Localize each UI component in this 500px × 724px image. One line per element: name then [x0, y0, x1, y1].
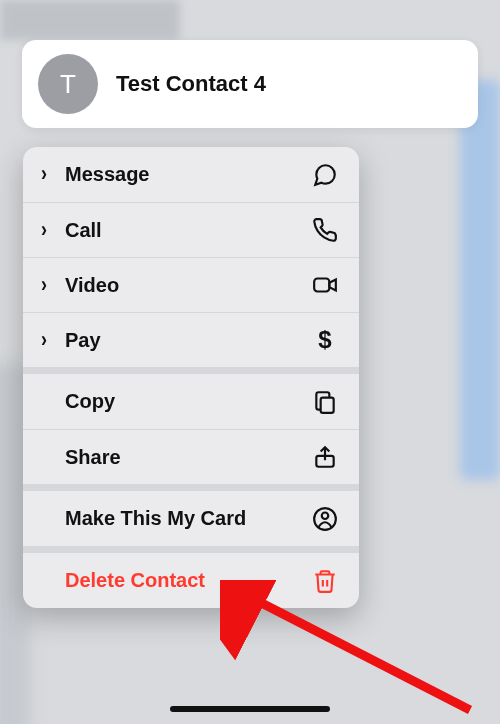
- share-icon: [311, 444, 339, 470]
- phone-icon: [311, 217, 339, 243]
- contact-header-card[interactable]: T Test Contact 4: [22, 40, 478, 128]
- chevron-right-icon: ›: [41, 217, 55, 242]
- dollar-icon: $: [311, 326, 339, 354]
- person-circle-icon: [311, 506, 339, 532]
- menu-group-actions: › Message › Call › Video › Pay $: [23, 147, 359, 367]
- menu-label: Delete Contact: [65, 569, 311, 592]
- contact-name: Test Contact 4: [116, 71, 266, 97]
- svg-rect-0: [314, 279, 329, 292]
- menu-label: Video: [65, 274, 311, 297]
- menu-label: Make This My Card: [65, 507, 311, 530]
- menu-item-video[interactable]: › Video: [23, 257, 359, 312]
- menu-item-make-my-card[interactable]: Make This My Card: [23, 491, 359, 546]
- chevron-right-icon: ›: [41, 272, 55, 297]
- menu-label: Copy: [65, 390, 311, 413]
- speech-bubble-icon: [311, 162, 339, 188]
- trash-icon: [311, 568, 339, 594]
- menu-label: Share: [65, 446, 311, 469]
- menu-item-call[interactable]: › Call: [23, 202, 359, 257]
- home-indicator[interactable]: [170, 706, 330, 712]
- menu-label: Call: [65, 219, 311, 242]
- video-icon: [311, 272, 339, 298]
- chevron-right-icon: ›: [41, 162, 55, 187]
- svg-point-4: [322, 512, 329, 519]
- menu-item-message[interactable]: › Message: [23, 147, 359, 202]
- menu-label: Pay: [65, 329, 311, 352]
- menu-item-delete-contact[interactable]: Delete Contact: [23, 553, 359, 608]
- menu-item-share[interactable]: Share: [23, 429, 359, 484]
- context-menu: › Message › Call › Video › Pay $: [23, 147, 359, 608]
- menu-item-pay[interactable]: › Pay $: [23, 312, 359, 367]
- menu-group-delete: Delete Contact: [23, 546, 359, 608]
- copy-icon: [311, 389, 339, 415]
- svg-rect-1: [321, 397, 334, 412]
- avatar: T: [38, 54, 98, 114]
- menu-label: Message: [65, 163, 311, 186]
- avatar-initial: T: [60, 69, 76, 100]
- menu-item-copy[interactable]: Copy: [23, 374, 359, 429]
- menu-group-share: Copy Share: [23, 367, 359, 484]
- chevron-right-icon: ›: [41, 327, 55, 352]
- menu-group-card: Make This My Card: [23, 484, 359, 546]
- svg-line-6: [240, 592, 470, 710]
